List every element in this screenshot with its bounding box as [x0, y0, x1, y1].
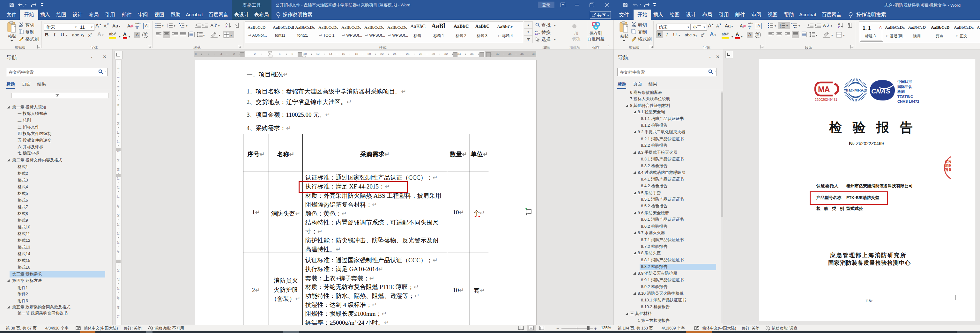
svg-text:CNAS: CNAS	[871, 88, 890, 95]
svg-text:A: A	[226, 22, 228, 25]
svg-text:A: A	[210, 23, 213, 28]
svg-text:Z: Z	[226, 25, 227, 29]
svg-text:Z: Z	[838, 25, 840, 29]
svg-text:ac: ac	[535, 32, 538, 35]
svg-text:?: ?	[768, 328, 770, 331]
svg-text:A: A	[823, 23, 826, 28]
svg-text:A: A	[740, 23, 743, 29]
svg-text:3: 3	[780, 27, 781, 28]
svg-text:A: A	[838, 22, 840, 25]
svg-text:220020349481: 220020349481	[815, 97, 837, 102]
svg-text:3: 3	[167, 27, 169, 28]
svg-text:MA: MA	[818, 85, 830, 94]
svg-text:A: A	[127, 23, 130, 29]
svg-text:ilac-MRA: ilac-MRA	[846, 88, 864, 92]
svg-text:?: ?	[151, 328, 153, 331]
